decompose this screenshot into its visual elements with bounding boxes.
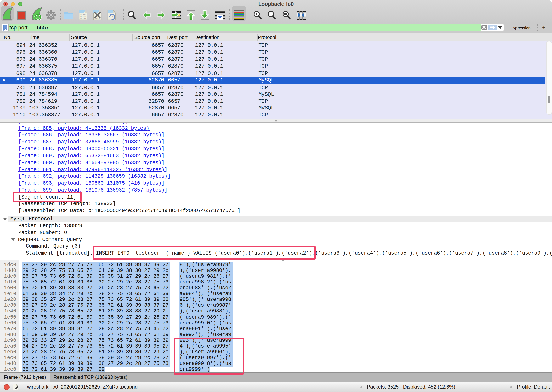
svg-text:01110: 01110 — [80, 18, 86, 20]
svg-text:01010: 01010 — [80, 13, 86, 15]
svg-text:01101: 01101 — [80, 15, 86, 18]
